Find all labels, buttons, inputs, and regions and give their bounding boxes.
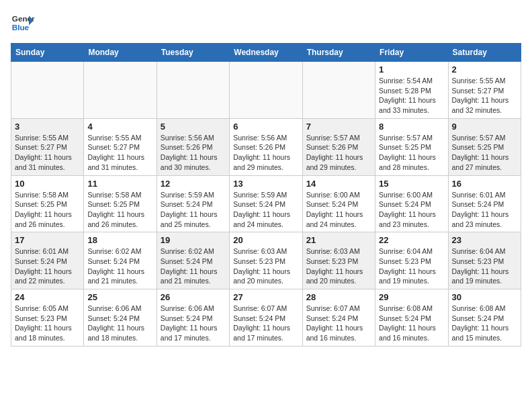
calendar-cell: 24Sunrise: 6:05 AM Sunset: 5:23 PM Dayli…: [11, 289, 84, 347]
logo: General Blue: [11, 11, 35, 35]
calendar-cell: 7Sunrise: 5:57 AM Sunset: 5:26 PM Daylig…: [302, 118, 375, 175]
day-info: Sunrise: 6:00 AM Sunset: 5:24 PM Dayligh…: [306, 190, 371, 230]
day-info: Sunrise: 5:55 AM Sunset: 5:27 PM Dayligh…: [452, 76, 517, 116]
calendar-cell: 1Sunrise: 5:54 AM Sunset: 5:28 PM Daylig…: [375, 62, 448, 119]
calendar-cell: 29Sunrise: 6:08 AM Sunset: 5:24 PM Dayli…: [375, 289, 448, 347]
calendar-cell: 17Sunrise: 6:01 AM Sunset: 5:24 PM Dayli…: [11, 232, 84, 289]
calendar-header-row: SundayMondayTuesdayWednesdayThursdayFrid…: [11, 44, 521, 62]
calendar-cell: 13Sunrise: 5:59 AM Sunset: 5:24 PM Dayli…: [230, 175, 302, 232]
day-number: 12: [161, 179, 226, 189]
calendar-cell: 23Sunrise: 6:04 AM Sunset: 5:23 PM Dayli…: [448, 232, 521, 289]
day-number: 20: [233, 235, 298, 245]
day-info: Sunrise: 5:56 AM Sunset: 5:26 PM Dayligh…: [161, 133, 226, 173]
day-info: Sunrise: 6:08 AM Sunset: 5:24 PM Dayligh…: [379, 304, 444, 343]
day-number: 15: [379, 179, 444, 189]
calendar-table: SundayMondayTuesdayWednesdayThursdayFrid…: [11, 43, 521, 347]
calendar-cell: 8Sunrise: 5:57 AM Sunset: 5:25 PM Daylig…: [375, 118, 448, 175]
day-info: Sunrise: 5:55 AM Sunset: 5:27 PM Dayligh…: [87, 133, 152, 173]
day-number: 9: [452, 122, 517, 132]
day-header-tuesday: Tuesday: [157, 44, 229, 62]
calendar-cell: [230, 62, 302, 119]
day-info: Sunrise: 6:05 AM Sunset: 5:23 PM Dayligh…: [15, 304, 80, 343]
day-info: Sunrise: 5:58 AM Sunset: 5:25 PM Dayligh…: [15, 190, 80, 230]
day-info: Sunrise: 6:06 AM Sunset: 5:24 PM Dayligh…: [161, 304, 226, 343]
day-info: Sunrise: 5:59 AM Sunset: 5:24 PM Dayligh…: [233, 190, 298, 230]
day-number: 30: [452, 292, 517, 302]
calendar-cell: 21Sunrise: 6:03 AM Sunset: 5:23 PM Dayli…: [302, 232, 375, 289]
day-number: 22: [379, 235, 444, 245]
day-info: Sunrise: 6:07 AM Sunset: 5:24 PM Dayligh…: [233, 304, 298, 343]
calendar-cell: 27Sunrise: 6:07 AM Sunset: 5:24 PM Dayli…: [230, 289, 302, 347]
calendar-cell: 5Sunrise: 5:56 AM Sunset: 5:26 PM Daylig…: [157, 118, 229, 175]
calendar-cell: 6Sunrise: 5:56 AM Sunset: 5:26 PM Daylig…: [230, 118, 302, 175]
day-info: Sunrise: 5:57 AM Sunset: 5:25 PM Dayligh…: [379, 133, 444, 173]
week-row-3: 10Sunrise: 5:58 AM Sunset: 5:25 PM Dayli…: [11, 175, 521, 232]
day-info: Sunrise: 6:03 AM Sunset: 5:23 PM Dayligh…: [306, 246, 371, 286]
calendar-cell: [302, 62, 375, 119]
calendar-cell: 12Sunrise: 5:59 AM Sunset: 5:24 PM Dayli…: [157, 175, 229, 232]
calendar-cell: [11, 62, 84, 119]
calendar-cell: 11Sunrise: 5:58 AM Sunset: 5:25 PM Dayli…: [84, 175, 157, 232]
calendar-cell: 25Sunrise: 6:06 AM Sunset: 5:24 PM Dayli…: [84, 289, 157, 347]
day-number: 14: [306, 179, 371, 189]
day-info: Sunrise: 5:56 AM Sunset: 5:26 PM Dayligh…: [233, 133, 298, 173]
day-number: 11: [87, 179, 152, 189]
calendar-cell: 9Sunrise: 5:57 AM Sunset: 5:25 PM Daylig…: [448, 118, 521, 175]
calendar-cell: 16Sunrise: 6:01 AM Sunset: 5:24 PM Dayli…: [448, 175, 521, 232]
day-number: 10: [15, 179, 80, 189]
day-info: Sunrise: 5:54 AM Sunset: 5:28 PM Dayligh…: [379, 76, 444, 116]
day-info: Sunrise: 5:57 AM Sunset: 5:26 PM Dayligh…: [306, 133, 371, 173]
day-info: Sunrise: 6:06 AM Sunset: 5:24 PM Dayligh…: [87, 304, 152, 343]
day-number: 3: [15, 122, 80, 132]
day-info: Sunrise: 6:02 AM Sunset: 5:24 PM Dayligh…: [87, 246, 152, 286]
week-row-5: 24Sunrise: 6:05 AM Sunset: 5:23 PM Dayli…: [11, 289, 521, 347]
day-header-friday: Friday: [375, 44, 448, 62]
day-info: Sunrise: 6:00 AM Sunset: 5:24 PM Dayligh…: [379, 190, 444, 230]
calendar-cell: 10Sunrise: 5:58 AM Sunset: 5:25 PM Dayli…: [11, 175, 84, 232]
day-info: Sunrise: 6:02 AM Sunset: 5:24 PM Dayligh…: [161, 246, 226, 286]
week-row-4: 17Sunrise: 6:01 AM Sunset: 5:24 PM Dayli…: [11, 232, 521, 289]
day-header-sunday: Sunday: [11, 44, 84, 62]
day-number: 16: [452, 179, 517, 189]
calendar-cell: 14Sunrise: 6:00 AM Sunset: 5:24 PM Dayli…: [302, 175, 375, 232]
calendar-cell: 4Sunrise: 5:55 AM Sunset: 5:27 PM Daylig…: [84, 118, 157, 175]
calendar-cell: 20Sunrise: 6:03 AM Sunset: 5:23 PM Dayli…: [230, 232, 302, 289]
week-row-1: 1Sunrise: 5:54 AM Sunset: 5:28 PM Daylig…: [11, 62, 521, 119]
calendar-cell: 28Sunrise: 6:07 AM Sunset: 5:24 PM Dayli…: [302, 289, 375, 347]
day-number: 8: [379, 122, 444, 132]
day-info: Sunrise: 5:57 AM Sunset: 5:25 PM Dayligh…: [452, 133, 517, 173]
day-info: Sunrise: 6:04 AM Sunset: 5:23 PM Dayligh…: [379, 246, 444, 286]
day-number: 17: [15, 235, 80, 245]
calendar-cell: 26Sunrise: 6:06 AM Sunset: 5:24 PM Dayli…: [157, 289, 229, 347]
day-number: 29: [379, 292, 444, 302]
day-number: 23: [452, 235, 517, 245]
calendar-cell: 3Sunrise: 5:55 AM Sunset: 5:27 PM Daylig…: [11, 118, 84, 175]
day-info: Sunrise: 6:01 AM Sunset: 5:24 PM Dayligh…: [452, 190, 517, 230]
day-number: 6: [233, 122, 298, 132]
svg-text:Blue: Blue: [12, 23, 30, 32]
week-row-2: 3Sunrise: 5:55 AM Sunset: 5:27 PM Daylig…: [11, 118, 521, 175]
day-number: 26: [161, 292, 226, 302]
day-number: 25: [87, 292, 152, 302]
day-info: Sunrise: 6:08 AM Sunset: 5:24 PM Dayligh…: [452, 304, 517, 343]
day-info: Sunrise: 5:55 AM Sunset: 5:27 PM Dayligh…: [15, 133, 80, 173]
page-header: General Blue: [11, 11, 521, 35]
day-number: 2: [452, 64, 517, 75]
day-number: 1: [379, 64, 444, 75]
day-number: 28: [306, 292, 371, 302]
calendar-cell: 18Sunrise: 6:02 AM Sunset: 5:24 PM Dayli…: [84, 232, 157, 289]
day-number: 13: [233, 179, 298, 189]
calendar-cell: [157, 62, 229, 119]
day-number: 24: [15, 292, 80, 302]
calendar-cell: [84, 62, 157, 119]
day-info: Sunrise: 6:03 AM Sunset: 5:23 PM Dayligh…: [233, 246, 298, 286]
day-info: Sunrise: 6:04 AM Sunset: 5:23 PM Dayligh…: [452, 246, 517, 286]
day-header-wednesday: Wednesday: [230, 44, 302, 62]
day-header-monday: Monday: [84, 44, 157, 62]
calendar-cell: 19Sunrise: 6:02 AM Sunset: 5:24 PM Dayli…: [157, 232, 229, 289]
day-number: 21: [306, 235, 371, 245]
day-number: 19: [161, 235, 226, 245]
day-number: 5: [161, 122, 226, 132]
day-info: Sunrise: 6:01 AM Sunset: 5:24 PM Dayligh…: [15, 246, 80, 286]
calendar-cell: 30Sunrise: 6:08 AM Sunset: 5:24 PM Dayli…: [448, 289, 521, 347]
